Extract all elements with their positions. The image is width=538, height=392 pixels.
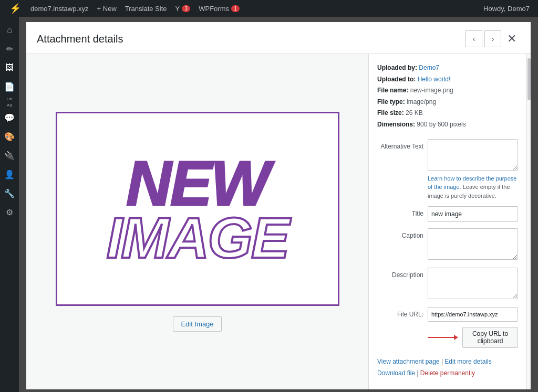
- modal-overlay: Attachment details ‹ › ✕ NEW IMAGE: [19, 17, 538, 392]
- close-modal-button[interactable]: ✕: [503, 30, 520, 47]
- image-preview: NEW IMAGE: [56, 112, 339, 306]
- modal-body: NEW IMAGE Edit Image Uploaded by: Demo7: [26, 54, 531, 389]
- image-text-new: NEW: [107, 155, 288, 211]
- alt-text-help: Learn how to describe the purpose of the…: [428, 174, 518, 200]
- title-input[interactable]: [428, 206, 518, 222]
- sidebar-item-media[interactable]: 🖼: [0, 59, 19, 77]
- file-type-row: File type: image/png: [377, 97, 518, 108]
- caption-textarea[interactable]: [428, 228, 518, 260]
- image-panel: NEW IMAGE Edit Image: [26, 54, 369, 389]
- sidebar-item-dashboard[interactable]: ⌂: [0, 21, 19, 39]
- main-area: ⌂ ✏ 🖼 📄 Lib Ad 💬 🎨 🔌 👤 🔧 ⚙ Attachment de…: [0, 17, 538, 392]
- download-file-link[interactable]: Download file: [377, 369, 415, 377]
- sidebar-lib-label: Lib: [6, 97, 14, 102]
- title-label: Title: [377, 206, 423, 218]
- admin-bar-site[interactable]: demo7.instawp.xyz: [26, 0, 93, 17]
- sidebar-item-users[interactable]: 👤: [0, 165, 19, 183]
- wpforms-badge: 1: [231, 5, 240, 12]
- howdy-label: Howdy, Demo7: [483, 5, 530, 13]
- admin-bar-howdy[interactable]: Howdy, Demo7: [479, 0, 534, 17]
- uploaded-to-value[interactable]: Hello world!: [418, 76, 451, 83]
- copy-url-button[interactable]: Copy URL to clipboard: [462, 327, 518, 348]
- copy-url-row: Copy URL to clipboard: [377, 327, 518, 348]
- sidebar-item-plugins[interactable]: 🔌: [0, 146, 19, 164]
- scrollbar-thumb: [527, 58, 531, 100]
- admin-bar-yoast[interactable]: Y 3: [171, 0, 195, 17]
- file-url-input[interactable]: [428, 307, 518, 322]
- file-name-row: File name: new-image.png: [377, 85, 518, 97]
- modal-navigation: ‹ › ✕: [465, 30, 520, 47]
- yoast-badge: 3: [182, 5, 190, 12]
- sidebar-item-pages[interactable]: 📄: [0, 78, 19, 96]
- prev-attachment-button[interactable]: ‹: [465, 30, 482, 47]
- file-size-row: File size: 26 KB: [377, 108, 518, 119]
- new-label: + New: [97, 5, 117, 13]
- file-size-label: File size:: [377, 109, 404, 116]
- uploaded-by-label: Uploaded by:: [377, 64, 417, 71]
- modal-scrollbar[interactable]: [526, 54, 531, 389]
- dimensions-row: Dimensions: 900 by 600 pixels: [377, 119, 518, 131]
- file-type-label: File type:: [377, 98, 405, 105]
- alt-text-textarea[interactable]: [428, 139, 518, 171]
- sidebar-item-posts[interactable]: ✏: [0, 40, 19, 58]
- admin-bar-new[interactable]: + New: [93, 0, 121, 17]
- caption-label: Caption: [377, 228, 423, 240]
- yoast-label: Y: [175, 5, 180, 13]
- modal-title: Attachment details: [37, 33, 123, 45]
- caption-input-wrapper: [428, 228, 518, 261]
- uploaded-to-label: Uploaded to:: [377, 76, 416, 83]
- wp-logo-icon[interactable]: ⚡: [4, 0, 26, 17]
- title-field-row: Title: [377, 206, 518, 222]
- title-input-wrapper: [428, 206, 518, 222]
- uploaded-by-value[interactable]: Demo7: [419, 64, 439, 71]
- sidebar-item-comments[interactable]: 💬: [0, 109, 19, 126]
- file-name-label: File name:: [377, 87, 408, 94]
- image-text-image: IMAGE: [107, 211, 288, 263]
- file-url-row: File URL:: [377, 307, 518, 322]
- file-size-value: 26 KB: [406, 109, 423, 116]
- site-url-label: demo7.instawp.xyz: [30, 5, 89, 13]
- description-field-row: Description: [377, 268, 518, 301]
- delete-permanently-link[interactable]: Delete permanently: [420, 369, 475, 377]
- sidebar-item-settings[interactable]: ⚙: [0, 203, 19, 221]
- alt-text-field-row: Alternative Text Learn how to describe t…: [377, 139, 518, 200]
- description-label: Description: [377, 268, 423, 280]
- attachment-links: View attachment page | Edit more details…: [377, 356, 518, 379]
- view-attachment-link[interactable]: View attachment page: [377, 358, 440, 365]
- uploaded-by-row: Uploaded by: Demo7: [377, 62, 518, 74]
- next-attachment-button[interactable]: ›: [484, 30, 501, 47]
- dimensions-label: Dimensions:: [377, 121, 415, 128]
- uploaded-to-row: Uploaded to: Hello world!: [377, 74, 518, 86]
- wp-sidebar: ⌂ ✏ 🖼 📄 Lib Ad 💬 🎨 🔌 👤 🔧 ⚙: [0, 17, 19, 392]
- attachment-modal: Attachment details ‹ › ✕ NEW IMAGE: [26, 22, 531, 389]
- edit-details-link[interactable]: Edit more details: [444, 358, 491, 365]
- translate-label: Translate Site: [125, 5, 167, 13]
- description-input-wrapper: [428, 268, 518, 301]
- edit-image-button[interactable]: Edit Image: [173, 316, 221, 332]
- sidebar-item-tools[interactable]: 🔧: [0, 184, 19, 202]
- modal-header: Attachment details ‹ › ✕: [26, 22, 531, 54]
- admin-bar: ⚡ demo7.instawp.xyz + New Translate Site…: [0, 0, 538, 17]
- file-type-value: image/png: [407, 98, 436, 105]
- image-text: NEW IMAGE: [107, 155, 288, 263]
- file-info: Uploaded by: Demo7 Uploaded to: Hello wo…: [377, 62, 518, 131]
- sidebar-add-label: Ad: [6, 103, 13, 108]
- admin-bar-wpforms[interactable]: WPForms 1: [194, 0, 244, 17]
- description-textarea[interactable]: [428, 268, 518, 299]
- file-url-label: File URL:: [377, 311, 423, 318]
- wpforms-label: WPForms: [199, 5, 229, 13]
- file-name-value: new-image.png: [410, 87, 453, 94]
- alt-text-input-wrapper: Learn how to describe the purpose of the…: [428, 139, 518, 200]
- details-panel: Uploaded by: Demo7 Uploaded to: Hello wo…: [369, 54, 526, 389]
- alt-text-label: Alternative Text: [377, 139, 423, 151]
- admin-bar-translate[interactable]: Translate Site: [121, 0, 171, 17]
- dimensions-value: 900 by 600 pixels: [417, 121, 465, 128]
- sidebar-item-appearance[interactable]: 🎨: [0, 128, 19, 145]
- caption-field-row: Caption: [377, 228, 518, 261]
